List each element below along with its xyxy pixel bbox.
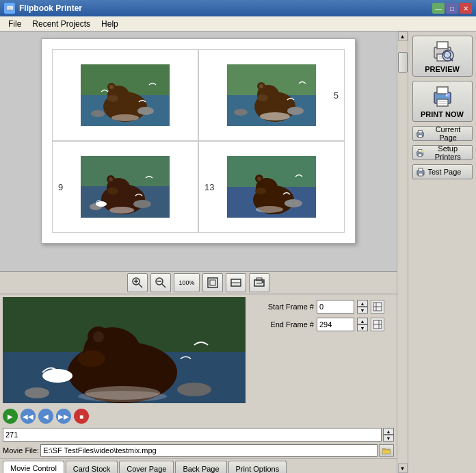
test-page-button[interactable]: Test Page (412, 164, 473, 179)
stop-button[interactable]: ■ (74, 409, 89, 424)
start-frame-spinner[interactable]: ▲ ▼ (357, 300, 368, 314)
frame-number-9: 9 (58, 182, 63, 192)
frame-counter-row: ▲ ▼ (0, 426, 397, 443)
svg-rect-47 (208, 278, 217, 287)
svg-point-99 (421, 150, 423, 153)
print-now-button[interactable]: PRINT NOW (412, 81, 473, 122)
setup-printers-label: Setup Printers (427, 144, 469, 161)
svg-point-37 (255, 188, 266, 194)
test-page-icon (416, 167, 425, 177)
fit-width-button[interactable] (226, 273, 246, 292)
svg-point-36 (257, 177, 261, 181)
svg-rect-48 (210, 280, 215, 285)
svg-rect-79 (437, 42, 448, 49)
svg-point-61 (93, 331, 104, 342)
end-frame-up[interactable]: ▲ (357, 318, 368, 324)
maximize-button[interactable]: □ (446, 3, 458, 14)
start-frame-icon[interactable] (371, 300, 384, 314)
current-page-label: Current Page (427, 125, 469, 142)
end-frame-spinner[interactable]: ▲ ▼ (357, 318, 368, 331)
test-page-label: Test Page (428, 168, 462, 176)
svg-rect-87 (437, 87, 448, 94)
svg-rect-94 (418, 130, 422, 133)
svg-point-25 (109, 177, 113, 181)
tab-back-page[interactable]: Back Page (175, 461, 226, 473)
start-frame-up[interactable]: ▲ (357, 300, 368, 307)
svg-rect-88 (437, 99, 448, 106)
close-button[interactable]: ✕ (460, 3, 472, 14)
zoom-out-button[interactable] (150, 273, 171, 292)
svg-point-5 (109, 85, 114, 89)
svg-point-7 (137, 107, 154, 115)
end-frame-label: End Frame # (252, 320, 314, 329)
play-button[interactable]: ▶ (3, 409, 18, 424)
scroll-down-arrow[interactable]: ▼ (398, 463, 408, 473)
end-frame-down[interactable]: ▼ (357, 324, 368, 331)
print-cell-top-right: 5 (198, 49, 345, 141)
svg-point-39 (256, 206, 283, 213)
print-page: 5 (41, 38, 356, 244)
setup-printers-button[interactable]: Setup Printers (412, 145, 473, 160)
end-frame-input[interactable] (317, 318, 354, 331)
print-label: PRINT NOW (421, 110, 464, 118)
svg-point-62 (78, 350, 105, 367)
svg-point-27 (133, 200, 151, 208)
video-section: ▶ ◀◀ ◀ ▶▶ ■ (3, 297, 246, 424)
printer-small-icon (416, 129, 425, 138)
fit-page-button[interactable] (202, 273, 223, 292)
rewind-button[interactable]: ◀◀ (21, 409, 36, 424)
svg-point-8 (91, 110, 105, 117)
movie-file-label: Movie File: (3, 446, 39, 455)
tab-card-stock[interactable]: Card Stock (66, 461, 118, 473)
app-title: Flipbook Printer (19, 3, 82, 13)
title-bar: 📖 Flipbook Printer — □ ✕ (0, 0, 476, 16)
vertical-scrollbar[interactable]: ▲ ▼ (397, 31, 408, 473)
minimize-button[interactable]: — (432, 3, 445, 14)
print-setup-button[interactable] (249, 273, 269, 292)
svg-line-41 (139, 284, 142, 287)
menu-recent-projects[interactable]: Recent Projects (27, 18, 96, 30)
svg-rect-98 (418, 154, 421, 157)
svg-point-68 (177, 383, 211, 396)
print-cell-top-left (52, 49, 198, 141)
preview-button[interactable]: PREVIEW (412, 36, 473, 77)
zoom-in-button[interactable] (127, 273, 148, 292)
print-cell-bottom-left: 9 (52, 141, 198, 233)
ffwd-button[interactable]: ▶▶ (56, 409, 71, 424)
svg-rect-102 (419, 173, 423, 176)
tab-print-options[interactable]: Print Options (228, 461, 287, 473)
svg-rect-77 (382, 450, 391, 454)
zoom-100-button[interactable]: 100% (174, 273, 200, 292)
print-icon (429, 84, 456, 109)
start-frame-down[interactable]: ▼ (357, 307, 368, 314)
frame-counter-down[interactable]: ▼ (383, 435, 394, 442)
end-frame-row: End Frame # ▲ ▼ (252, 318, 384, 331)
movie-file-input[interactable] (40, 444, 378, 457)
back-button[interactable]: ◀ (38, 409, 53, 424)
tab-cover-page[interactable]: Cover Page (119, 461, 174, 473)
svg-point-38 (285, 199, 302, 207)
tab-movie-control[interactable]: Movie Control (3, 461, 64, 473)
scroll-thumb[interactable] (398, 52, 408, 73)
menu-file[interactable]: File (3, 18, 27, 30)
menu-help[interactable]: Help (96, 18, 124, 30)
browse-folder-button[interactable] (379, 444, 394, 457)
svg-point-70 (78, 391, 167, 402)
start-frame-input[interactable] (317, 300, 354, 314)
print-cell-bottom-right: 13 (198, 141, 345, 233)
frame-number-13: 13 (204, 182, 214, 192)
frame-counter-input[interactable] (3, 428, 382, 442)
transport-controls: ▶ ◀◀ ◀ ▶▶ ■ (3, 409, 246, 424)
end-frame-icon[interactable] (371, 318, 384, 331)
menu-bar: File Recent Projects Help (0, 16, 476, 31)
svg-line-45 (162, 284, 166, 287)
svg-point-26 (107, 188, 118, 194)
frame-counter-up[interactable]: ▲ (383, 428, 394, 435)
scroll-up-arrow[interactable]: ▲ (398, 31, 408, 41)
app-icon: 📖 (4, 3, 15, 14)
current-page-button[interactable]: Current Page (412, 126, 473, 141)
frame-counter-spinner[interactable]: ▲ ▼ (383, 428, 394, 442)
svg-point-17 (287, 107, 304, 115)
svg-point-29 (109, 207, 134, 214)
svg-point-67 (51, 369, 57, 373)
